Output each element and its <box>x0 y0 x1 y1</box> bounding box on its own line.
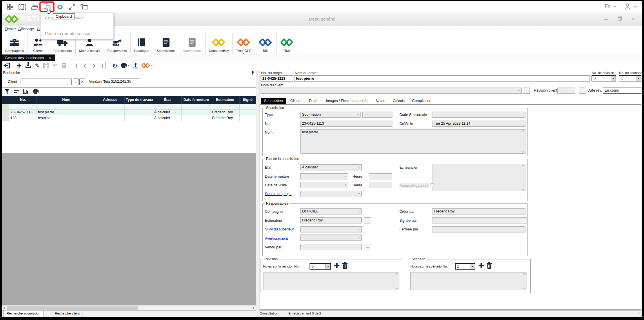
fn-keys-dropdown[interactable]: Fn <box>605 3 617 9</box>
visite-obligatoire-checkbox[interactable] <box>430 183 434 187</box>
tab-compilation[interactable]: Compilation <box>409 98 434 104</box>
time-logo-icon <box>281 37 293 48</box>
ribbon-item-catalogue[interactable]: Catalogue <box>131 33 153 54</box>
group-soumission: Soumission Type Soumission▼ Code Succurs… <box>262 108 528 156</box>
restore-button[interactable] <box>618 17 621 21</box>
minimize-button[interactable] <box>604 17 608 20</box>
revision-notes-textarea[interactable] <box>263 272 399 290</box>
tab-projet[interactable]: Projet <box>306 98 322 104</box>
fullscreen-icon[interactable] <box>68 3 77 11</box>
source-projet-combo[interactable]: ▼ <box>300 191 362 197</box>
group-responsables: Responsables Compagnie OFFICIEL▼ Créer p… <box>262 203 528 256</box>
add-button[interactable]: ✚ <box>16 62 22 69</box>
apps-grid-icon[interactable] <box>6 3 14 11</box>
client-clear-button[interactable]: X <box>79 79 85 85</box>
scroll-left-icon[interactable]: ❮ <box>2 306 7 310</box>
folder-icon[interactable] <box>30 3 39 11</box>
source-du-projet-link[interactable]: Source du projet <box>265 192 292 196</box>
tab-gestion-des-soumissions[interactable]: Gestion des soumissions ✕ <box>2 54 55 61</box>
delete-scenario-icon[interactable] <box>486 262 492 270</box>
close-button[interactable]: ✕ <box>631 17 636 22</box>
type-combo[interactable]: Soumission▼ <box>300 112 361 118</box>
tab-images-fichiers[interactable]: Images / Fichiers attachés <box>323 98 372 104</box>
ribbon-item-compagnies[interactable]: Compagnies <box>2 33 28 54</box>
add-scenario-icon[interactable]: ✚ <box>478 262 484 269</box>
revision-no-select[interactable]: 0▼ <box>310 263 331 270</box>
tab-clients[interactable]: Clients <box>287 98 305 104</box>
user-dropdown[interactable] <box>624 3 637 10</box>
print-button[interactable]: ▼ <box>121 62 130 69</box>
date-fermeture-combo[interactable]: ▼ <box>300 173 348 179</box>
next-record-button[interactable]: ❯ <box>91 62 97 69</box>
exit-button[interactable] <box>3 62 10 69</box>
vendu-lookup-button[interactable]: ... <box>364 244 371 250</box>
tab-soumission[interactable]: Soumission <box>261 98 286 104</box>
select-arrow-icon: ▼ <box>611 76 616 81</box>
compagnie-combo[interactable]: OFFICIEL▼ <box>300 208 362 214</box>
summary-bars-icon[interactable] <box>14 90 19 95</box>
tab-calculs[interactable]: Calculs <box>390 98 408 104</box>
ribbon-item-constructbuy[interactable]: ConstructBuy <box>205 33 233 54</box>
print-grid-icon[interactable] <box>32 89 39 96</box>
scenario-notes-textarea[interactable] <box>410 272 527 290</box>
import-button[interactable] <box>25 62 31 69</box>
add-revision-icon[interactable]: ✚ <box>334 262 340 269</box>
panel-splitter[interactable] <box>256 70 259 310</box>
nom-client-combo[interactable]: ▼ <box>261 88 522 94</box>
client-lookup-button[interactable]: .. <box>73 79 79 85</box>
date-rev-value: En cours <box>603 88 641 94</box>
ribbon-item-time[interactable]: TIME <box>276 33 298 54</box>
tab-close-icon[interactable]: ✕ <box>48 56 51 60</box>
menu-paste-to-remote[interactable]: Paste to remote session <box>45 31 92 36</box>
export-button[interactable] <box>132 62 139 69</box>
no-revision-select[interactable]: 0▼ <box>592 75 616 81</box>
scenario-no-select[interactable]: 1▼ <box>455 263 475 270</box>
chart-icon[interactable] <box>23 89 29 95</box>
grid-filter-row[interactable] <box>2 104 256 110</box>
estimateur-lookup-button[interactable]: ... <box>364 217 371 223</box>
avertissement-link[interactable]: Avertissement <box>265 237 288 241</box>
scrollbar-thumb[interactable] <box>7 306 138 310</box>
date-visite-combo[interactable]: ▼ <box>300 182 348 188</box>
grid-header-row[interactable]: No. ▼Nom Adresse Type de travaux État Da… <box>2 96 256 104</box>
remote-monitor-icon[interactable] <box>80 3 89 11</box>
no-scenario-select[interactable]: 1▼ <box>619 75 641 81</box>
pin-icon[interactable] <box>251 71 255 76</box>
print-dropdown-caret[interactable]: ▼ <box>128 64 130 67</box>
etat-combo[interactable]: À calculer▼ <box>300 164 362 170</box>
suivi-du-superieur-link[interactable]: Suivi du supérieur <box>265 227 294 231</box>
menu-fichier[interactable]: Fichier <box>5 27 16 31</box>
first-record-button[interactable]: ❮ <box>73 62 79 69</box>
client-search-input[interactable] <box>21 79 72 85</box>
last-record-button[interactable]: ❯ <box>100 62 106 69</box>
signee-lookup-button[interactable]: ... <box>520 217 527 223</box>
nom-textarea[interactable]: test pierre <box>300 129 525 154</box>
scroll-right-icon[interactable]: ❯ <box>251 306 256 310</box>
echeancier-textarea[interactable] <box>432 164 525 191</box>
menu-affichage[interactable]: Affichage <box>18 27 34 31</box>
ribbon-item-soumissions[interactable]: ✓ Soumissions <box>153 33 179 54</box>
table-row[interactable]: 23-0425-1113 test pierre À calculer Fréd… <box>2 110 256 115</box>
tab-notes[interactable]: Notes <box>372 98 388 104</box>
previous-record-button[interactable]: ❮ <box>82 62 88 69</box>
gear-icon[interactable]: ⚙ <box>56 3 64 11</box>
brand-menu-button[interactable]: ▼ <box>141 62 153 69</box>
edit-button[interactable]: ✎ <box>34 62 40 69</box>
horizontal-scrollbar[interactable]: ❮ ❯ <box>2 305 256 310</box>
tab-recherche-soumission[interactable]: Recherche soumission <box>3 310 43 317</box>
refresh-button[interactable]: ↻ <box>112 62 118 69</box>
resize-grip[interactable] <box>638 312 642 317</box>
ribbon-item-bid[interactable]: BID <box>255 33 276 54</box>
tab-recherche-client[interactable]: Recherche client <box>52 310 83 317</box>
ribbon-item-takeoff[interactable]: TAKEOFF ▾ <box>233 33 255 54</box>
delete-revision-icon[interactable] <box>342 262 348 270</box>
search-panel-header: Recherche <box>2 70 256 76</box>
suivi-combo[interactable]: ▼ <box>300 226 362 232</box>
table-row[interactable]: 123 testalain À calculer Frédéric Roy <box>2 115 256 121</box>
avertissement-combo[interactable]: ▼ <box>300 234 362 241</box>
windows-panels-icon[interactable] <box>18 3 27 11</box>
filter-funnel-icon[interactable] <box>4 89 10 96</box>
brand-dropdown-caret[interactable]: ▼ <box>151 64 153 67</box>
revision-client-lookup-button[interactable]: ... <box>579 88 586 94</box>
nom-client-lookup-button[interactable]: ... <box>523 88 530 94</box>
